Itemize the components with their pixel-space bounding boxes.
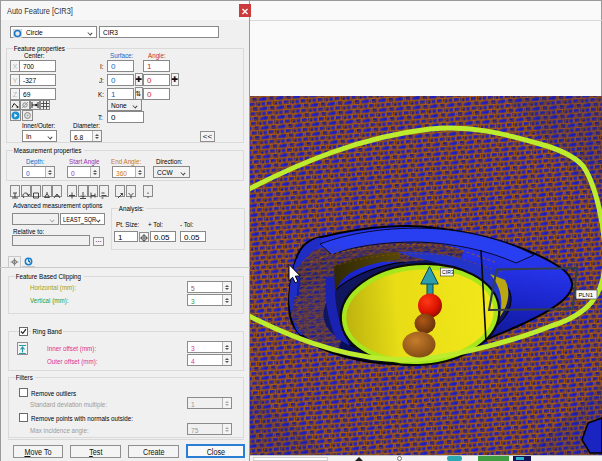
svg-text:CIR3: CIR3 <box>442 269 454 275</box>
svg-text:PLN1: PLN1 <box>579 292 594 298</box>
